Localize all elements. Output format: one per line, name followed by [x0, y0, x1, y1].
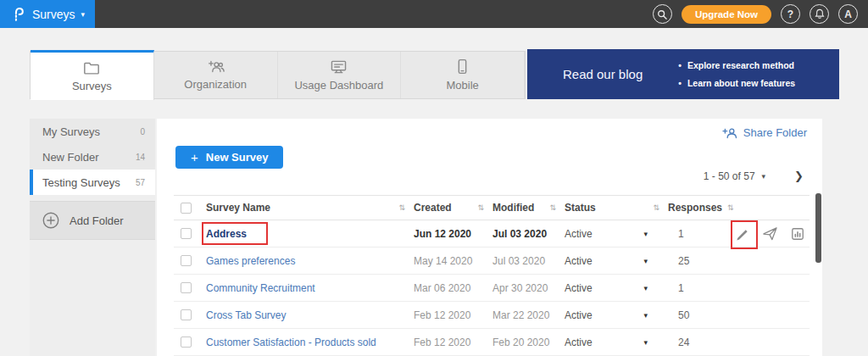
status-dropdown-icon[interactable]: ▾: [643, 338, 648, 347]
modified-cell: Apr 30 2020: [492, 282, 565, 294]
folder-label: Testing Surveys: [42, 176, 120, 189]
organization-icon: [206, 59, 225, 74]
tab-label: Usage Dashboard: [294, 79, 383, 92]
tab-organization[interactable]: Organization: [154, 52, 278, 98]
responses-cell: 1: [668, 282, 724, 294]
send-button[interactable]: [762, 226, 778, 241]
upgrade-now-button[interactable]: Upgrade Now: [682, 5, 771, 24]
modified-cell: Feb 20 2020: [492, 337, 565, 348]
created-cell: Feb 12 2020: [414, 337, 492, 348]
tab-label: Mobile: [446, 79, 478, 92]
reports-button[interactable]: [791, 227, 804, 241]
folder-label: My Surveys: [42, 125, 100, 138]
new-survey-label: New Survey: [206, 151, 269, 164]
proprofs-logo-icon: [10, 5, 26, 23]
row-checkbox[interactable]: [181, 309, 192, 320]
status-dropdown-icon[interactable]: ▾: [643, 257, 648, 265]
row-checkbox[interactable]: [181, 337, 192, 348]
banner-title: Read our blog: [563, 67, 643, 81]
annotation-box-edit-icon: [731, 220, 758, 249]
row-checkbox[interactable]: [181, 228, 192, 239]
sort-icon[interactable]: ⇅: [398, 203, 405, 212]
folder-list: My Surveys 0 New Folder 14 Testing Surve…: [30, 119, 155, 195]
status-dropdown-icon[interactable]: ▾: [643, 230, 648, 238]
status-text: Active: [565, 282, 593, 294]
topbar-actions: Upgrade Now ? A: [653, 4, 868, 24]
bullet-icon: •: [678, 60, 682, 70]
tab-mobile[interactable]: Mobile: [401, 52, 525, 98]
bell-icon: [815, 8, 825, 19]
tab-strip: Surveys Organization Usage Dashboard Mob…: [30, 51, 526, 99]
modified-cell: Jul 03 2020: [492, 255, 565, 267]
banner-bullet-list: •Explore research method •Learn about ne…: [678, 57, 795, 92]
bar-chart-icon: [791, 227, 804, 241]
share-folder-button[interactable]: Share Folder: [721, 126, 807, 139]
bullet-icon: •: [678, 78, 682, 88]
search-button[interactable]: [653, 4, 672, 24]
pagination-dropdown-icon[interactable]: ▾: [762, 172, 766, 181]
sidebar-item-new-folder[interactable]: New Folder 14: [30, 144, 155, 170]
avatar[interactable]: A: [838, 4, 858, 24]
status-text: Active: [565, 255, 593, 267]
row-checkbox[interactable]: [181, 282, 192, 293]
mobile-icon: [457, 58, 468, 75]
share-folder-label: Share Folder: [743, 126, 807, 139]
col-created[interactable]: Created⇅: [414, 202, 492, 214]
brand-menu[interactable]: Surveys ▾: [0, 0, 95, 28]
brand-label: Surveys: [32, 8, 75, 21]
status-text: Active: [565, 228, 593, 240]
add-folder-button[interactable]: Add Folder: [30, 201, 155, 240]
folder-count: 0: [140, 127, 145, 136]
survey-name-link[interactable]: Cross Tab Survey: [206, 309, 286, 321]
blog-banner[interactable]: Read our blog •Explore research method •…: [527, 49, 839, 99]
plus-circle-icon: [42, 211, 60, 230]
add-folder-label: Add Folder: [70, 214, 124, 227]
next-page-button[interactable]: ❯: [794, 170, 804, 182]
paper-plane-icon: [762, 226, 778, 241]
folder-label: New Folder: [42, 151, 98, 164]
tab-usage-dashboard[interactable]: Usage Dashboard: [278, 52, 402, 98]
created-cell: Jun 12 2020: [414, 228, 492, 240]
folder-count: 14: [136, 153, 145, 162]
table-row: Address Jun 12 2020 Jul 03 2020 Active ▾…: [174, 220, 810, 248]
sort-icon[interactable]: ⇅: [727, 203, 734, 212]
sidebar-item-my-surveys[interactable]: My Surveys 0: [30, 119, 155, 144]
responses-cell: 1: [668, 228, 724, 240]
select-all-checkbox[interactable]: [181, 203, 192, 214]
help-button[interactable]: ?: [781, 4, 800, 24]
tab-label: Surveys: [72, 80, 112, 92]
survey-name-link[interactable]: Games preferences: [206, 255, 295, 267]
sort-icon[interactable]: ⇅: [653, 203, 659, 212]
notifications-button[interactable]: [810, 4, 829, 24]
banner-bullet: •Explore research method: [678, 57, 795, 74]
status-dropdown-icon[interactable]: ▾: [643, 311, 648, 320]
surveys-table: Survey Name⇅ Created⇅ Modified⇅ Status⇅ …: [174, 195, 810, 356]
status-dropdown-icon[interactable]: ▾: [643, 284, 648, 292]
modified-cell: Jul 03 2020: [492, 228, 565, 240]
table-row: Games preferences May 14 2020 Jul 03 202…: [174, 248, 810, 275]
survey-name-link[interactable]: Community Recruitment: [206, 282, 315, 294]
responses-cell: 50: [668, 309, 724, 321]
tab-surveys[interactable]: Surveys: [31, 50, 154, 100]
annotation-box-survey-name: [202, 222, 268, 245]
table-row: Customer Satisfaction - Products sold Fe…: [174, 329, 810, 356]
col-status[interactable]: Status⇅: [565, 202, 668, 214]
vertical-scrollbar[interactable]: [815, 193, 821, 263]
table-row: Community Recruitment Mar 06 2020 Apr 30…: [174, 275, 810, 302]
sort-icon[interactable]: ⇅: [477, 203, 484, 212]
col-responses[interactable]: Responses⇅: [668, 202, 810, 214]
banner-bullet: •Learn about new features: [678, 75, 795, 92]
sort-icon[interactable]: ⇅: [549, 203, 556, 212]
row-checkbox[interactable]: [181, 255, 192, 266]
sidebar-item-testing-surveys[interactable]: Testing Surveys 57: [30, 170, 155, 195]
survey-name-link[interactable]: Customer Satisfaction - Products sold: [206, 337, 376, 348]
search-icon: [657, 9, 667, 19]
status-text: Active: [565, 309, 593, 321]
modified-cell: Mar 22 2020: [492, 309, 565, 321]
pagination-range: 1 - 50 of 57: [704, 170, 755, 182]
col-survey-name[interactable]: Survey Name⇅: [206, 202, 414, 214]
new-survey-button[interactable]: + New Survey: [175, 146, 283, 169]
responses-cell: 24: [668, 337, 724, 348]
col-modified[interactable]: Modified⇅: [492, 202, 565, 214]
created-cell: May 14 2020: [414, 255, 492, 267]
